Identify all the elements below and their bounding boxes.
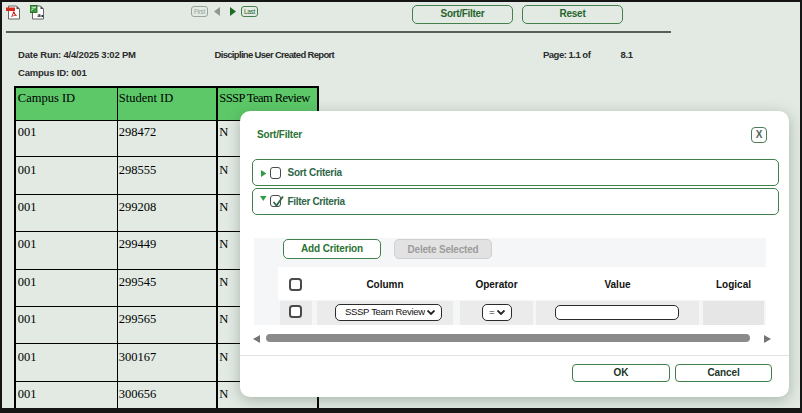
svg-text:a: a [37,11,41,19]
